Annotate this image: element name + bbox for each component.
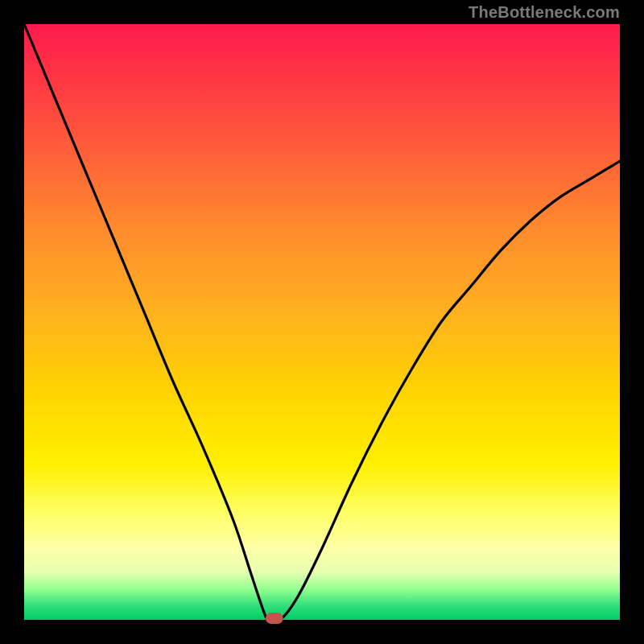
bottleneck-curve-path: [24, 24, 620, 622]
plot-area: [24, 24, 620, 620]
optimal-marker: [266, 613, 283, 624]
curve-svg: [24, 24, 620, 620]
watermark-text: TheBottleneck.com: [469, 3, 620, 22]
chart-frame: TheBottleneck.com: [0, 0, 644, 644]
